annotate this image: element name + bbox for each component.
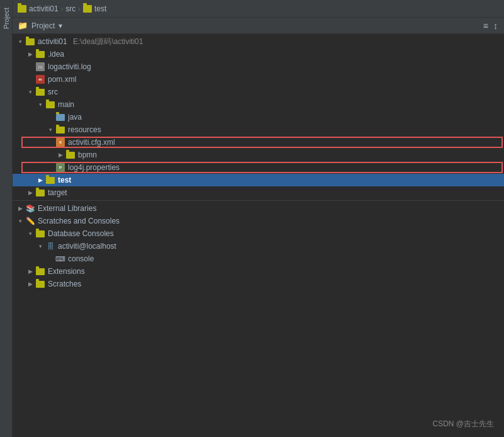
icon-activiti01 xyxy=(25,37,35,47)
tree-node-java[interactable]: java xyxy=(13,111,504,123)
panel-sort-icon[interactable]: ↕ xyxy=(492,20,499,32)
label-database-consoles: Database Consoles xyxy=(48,229,114,238)
icon-src xyxy=(35,87,45,97)
folder-icon-header: 📁 xyxy=(18,21,28,30)
arrow-extensions: ▶ xyxy=(25,268,35,275)
arrow-test: ▶ xyxy=(35,177,45,183)
tree-node-log4j[interactable]: P log4j.properties xyxy=(13,161,504,174)
icon-java xyxy=(55,112,65,122)
tree-node-main[interactable]: ▾ main xyxy=(13,98,504,111)
tree-node-activiti-cfg[interactable]: X activiti.cfg.xml xyxy=(13,136,504,149)
icon-resources xyxy=(55,125,65,135)
tree-node-console[interactable]: ⌨ console xyxy=(13,253,504,265)
icon-extensions xyxy=(35,266,45,276)
breadcrumb-activiti01: activiti01 xyxy=(18,4,59,13)
label-scratches: Scratches xyxy=(48,280,81,288)
panel-header: 📁 Project ▾ ≡ ↕ xyxy=(13,18,504,34)
icon-scratches-and-consoles: ✏️ xyxy=(25,216,35,226)
icon-log4j: P xyxy=(55,162,65,173)
label-idea: .idea xyxy=(48,50,64,59)
label-external-libraries: External Libraries xyxy=(38,204,96,213)
label-bpmn: bpmn xyxy=(78,150,97,159)
icon-scratches xyxy=(35,279,45,289)
icon-database-consoles xyxy=(35,229,45,239)
tree-node-pom[interactable]: m pom.xml xyxy=(13,73,504,86)
breadcrumb-sep-2: › xyxy=(78,5,81,13)
arrow-bpmn: ▶ xyxy=(55,152,65,158)
icon-external-libraries: 📚 xyxy=(25,203,35,213)
icon-bpmn xyxy=(65,150,76,160)
tree-node-target[interactable]: ▶ target xyxy=(13,186,504,199)
icon-logactiviti: m xyxy=(35,62,45,72)
arrow-scratches: ▶ xyxy=(25,281,35,287)
folder-icon-2 xyxy=(83,5,92,13)
project-tab-label[interactable]: Project xyxy=(1,3,11,34)
label-scratches-and-consoles: Scratches and Consoles xyxy=(38,217,120,225)
tree-node-scratches-and-consoles[interactable]: ▾ ✏️ Scratches and Consoles xyxy=(13,215,504,227)
icon-idea xyxy=(35,49,45,59)
tree-node-bpmn[interactable]: ▶ bpmn xyxy=(13,149,504,161)
label-src: src xyxy=(48,88,58,96)
arrow-external-libraries: ▶ xyxy=(15,205,25,212)
tree-node-database-consoles[interactable]: ▾ Database Consoles xyxy=(13,227,504,240)
tree-node-resources[interactable]: ▾ resources xyxy=(13,123,504,136)
arrow-main: ▾ xyxy=(35,101,45,108)
label-resources: resources xyxy=(68,125,101,134)
panel-title-label: Project xyxy=(31,21,55,30)
label-activiti-localhost: activiti@localhost xyxy=(58,242,116,251)
arrow-src: ▾ xyxy=(25,89,35,95)
label-logactiviti: logactiviti.log xyxy=(48,62,91,71)
label-main: main xyxy=(58,100,74,109)
label-log4j: log4j.properties xyxy=(68,163,120,172)
main-panel: activiti01 › src › test 📁 Project ▾ ≡ ↕ … xyxy=(13,0,504,437)
icon-console: ⌨ xyxy=(55,254,65,264)
label-console: console xyxy=(68,254,94,263)
arrow-activiti-localhost: ▾ xyxy=(35,243,45,249)
panel-actions: ≡ ↕ xyxy=(482,20,499,32)
tree-node-scratches[interactable]: ▶ Scratches xyxy=(13,278,504,290)
watermark: CSDN @吉士先生 xyxy=(432,419,494,429)
icon-activiti-cfg: X xyxy=(55,137,65,147)
arrow-target: ▶ xyxy=(25,190,35,196)
breadcrumb-src: src xyxy=(65,4,76,13)
tree-node-idea[interactable]: ▶ .idea xyxy=(13,48,504,60)
breadcrumb-sep-1: › xyxy=(61,5,64,13)
icon-activiti-localhost: 🗄 xyxy=(45,241,55,251)
breadcrumb: activiti01 › src › test xyxy=(13,0,504,18)
tree-node-activiti-localhost[interactable]: ▾ 🗄 activiti@localhost xyxy=(13,240,504,253)
panel-dropdown-arrow[interactable]: ▾ xyxy=(59,21,62,30)
arrow-scratches-and-consoles: ▾ xyxy=(15,218,25,224)
label-java: java xyxy=(68,113,82,122)
icon-main xyxy=(45,99,55,110)
icon-target xyxy=(35,188,45,198)
panel-title-area: 📁 Project ▾ xyxy=(18,21,62,30)
tree-node-src[interactable]: ▾ src xyxy=(13,86,504,98)
breadcrumb-test: test xyxy=(83,4,106,13)
panel-settings-icon[interactable]: ≡ xyxy=(482,20,490,32)
label-pom: pom.xml xyxy=(48,75,76,84)
divider xyxy=(13,200,504,201)
label-test: test xyxy=(58,176,71,184)
tree-node-extensions[interactable]: ▶ Extensions xyxy=(13,265,504,278)
project-tree[interactable]: ▾ activiti01 E:\deal源码\activiti01 ▶ .ide… xyxy=(13,34,504,437)
label-target: target xyxy=(48,188,67,197)
tree-node-logactiviti[interactable]: m logactiviti.log xyxy=(13,60,504,73)
tree-node-external-libraries[interactable]: ▶ 📚 External Libraries xyxy=(13,202,504,215)
sidebar-tab: Project xyxy=(0,0,13,437)
arrow-idea: ▶ xyxy=(25,51,35,57)
arrow-database-consoles: ▾ xyxy=(25,230,35,237)
arrow-resources: ▾ xyxy=(45,127,55,133)
label-activiti-cfg: activiti.cfg.xml xyxy=(68,138,115,147)
folder-icon xyxy=(18,5,26,13)
arrow-activiti01: ▾ xyxy=(15,38,25,45)
label-extensions: Extensions xyxy=(48,267,85,276)
tree-node-activiti01[interactable]: ▾ activiti01 E:\deal源码\activiti01 xyxy=(13,35,504,48)
icon-pom: m xyxy=(35,74,45,84)
icon-test xyxy=(45,175,55,185)
label-activiti01: activiti01 E:\deal源码\activiti01 xyxy=(38,37,143,47)
tree-node-test[interactable]: ▶ test xyxy=(13,174,504,186)
